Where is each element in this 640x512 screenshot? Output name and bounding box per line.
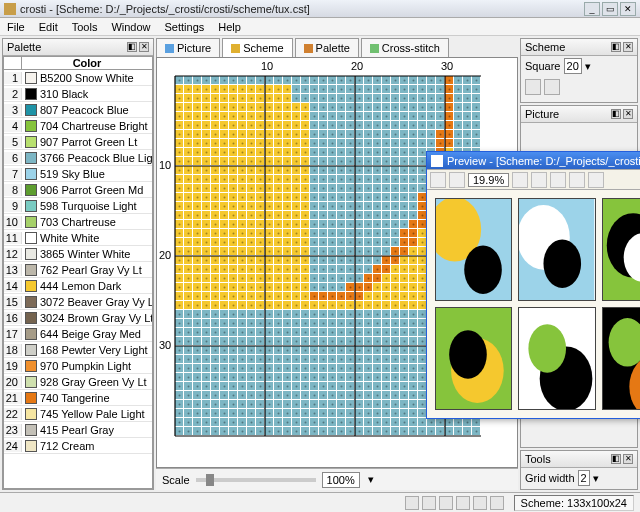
- status-tool-icon[interactable]: [456, 496, 470, 510]
- palette-row[interactable]: 123865 Winter White: [4, 246, 152, 262]
- maximize-button[interactable]: ▭: [602, 2, 618, 16]
- svg-point-1421: [422, 260, 424, 262]
- preview-thumb[interactable]: [602, 198, 641, 301]
- preview-thumb[interactable]: [435, 198, 512, 301]
- palette-row[interactable]: 19970 Pumpkin Light: [4, 358, 152, 374]
- palette-row[interactable]: 8906 Parrot Green Md: [4, 182, 152, 198]
- scale-slider[interactable]: [196, 478, 316, 482]
- palette-row[interactable]: 7519 Sky Blue: [4, 166, 152, 182]
- svg-point-2009: [314, 341, 316, 343]
- zoom-out-icon[interactable]: [512, 172, 528, 188]
- palette-row[interactable]: 163024 Brown Gray Vy Lt: [4, 310, 152, 326]
- dock-close-button[interactable]: ✕: [623, 454, 633, 464]
- svg-point-1281: [404, 242, 406, 244]
- tab-scheme[interactable]: Scheme: [222, 38, 292, 57]
- tab-cross-stitch[interactable]: Cross-stitch: [361, 38, 449, 57]
- square-input[interactable]: 20: [564, 58, 582, 74]
- svg-point-2351: [323, 386, 325, 388]
- preview-thumb[interactable]: [518, 198, 595, 301]
- scheme-tool-icon[interactable]: [544, 79, 560, 95]
- dock-close-button[interactable]: ✕: [139, 42, 149, 52]
- palette-row[interactable]: 20928 Gray Green Vy Lt: [4, 374, 152, 390]
- preview-thumb[interactable]: [602, 307, 641, 410]
- palette-row[interactable]: 21740 Tangerine: [4, 390, 152, 406]
- svg-point-581: [314, 152, 316, 154]
- fit-width-icon[interactable]: [550, 172, 566, 188]
- svg-point-1441: [206, 269, 208, 271]
- save-icon[interactable]: [430, 172, 446, 188]
- close-button[interactable]: ✕: [620, 2, 636, 16]
- svg-point-997: [350, 206, 352, 208]
- preview-thumbnails[interactable]: [427, 190, 640, 418]
- dock-close-button[interactable]: ✕: [623, 42, 633, 52]
- svg-point-369: [278, 125, 280, 127]
- palette-row[interactable]: 4704 Chartreuse Bright: [4, 118, 152, 134]
- palette-row[interactable]: 24712 Cream: [4, 438, 152, 454]
- menu-help[interactable]: Help: [211, 21, 248, 33]
- palette-list[interactable]: 1B5200 Snow White2310 Black3807 Peacock …: [3, 70, 153, 489]
- menu-tools[interactable]: Tools: [65, 21, 105, 33]
- fit-page-icon[interactable]: [569, 172, 585, 188]
- scheme-tool-icon[interactable]: [525, 79, 541, 95]
- status-tool-icon[interactable]: [490, 496, 504, 510]
- dock-float-button[interactable]: ◧: [611, 454, 621, 464]
- palette-row[interactable]: 5907 Parrot Green Lt: [4, 134, 152, 150]
- palette-row[interactable]: 14444 Lemon Dark: [4, 278, 152, 294]
- print-icon[interactable]: [449, 172, 465, 188]
- svg-point-405: [440, 125, 442, 127]
- preview-thumb[interactable]: [435, 307, 512, 410]
- status-tool-icon[interactable]: [405, 496, 419, 510]
- palette-row[interactable]: 13762 Pearl Gray Vy Lt: [4, 262, 152, 278]
- dock-float-button[interactable]: ◧: [127, 42, 137, 52]
- palette-row[interactable]: 18168 Pewter Very Light: [4, 342, 152, 358]
- dock-close-button[interactable]: ✕: [623, 109, 633, 119]
- svg-point-261: [404, 107, 406, 109]
- svg-point-1469: [332, 269, 334, 271]
- menu-window[interactable]: Window: [104, 21, 157, 33]
- svg-point-1709: [188, 305, 190, 307]
- menu-settings[interactable]: Settings: [158, 21, 212, 33]
- svg-point-801: [386, 179, 388, 181]
- scale-value[interactable]: 100%: [322, 472, 360, 488]
- svg-point-553: [188, 152, 190, 154]
- palette-row[interactable]: 3807 Peacock Blue: [4, 102, 152, 118]
- palette-row[interactable]: 11White White: [4, 230, 152, 246]
- palette-row[interactable]: 23415 Pearl Gray: [4, 422, 152, 438]
- dock-float-button[interactable]: ◧: [611, 42, 621, 52]
- palette-row[interactable]: 17644 Beige Gray Med: [4, 326, 152, 342]
- svg-point-1759: [413, 305, 415, 307]
- preview-window[interactable]: Preview - [Scheme: D:/_Projects/_crosti/…: [426, 151, 640, 419]
- tab-picture[interactable]: Picture: [156, 38, 220, 57]
- status-tool-icon[interactable]: [422, 496, 436, 510]
- menu-edit[interactable]: Edit: [32, 21, 65, 33]
- grid-width-input[interactable]: 2: [578, 470, 590, 486]
- zoom-in-icon[interactable]: [531, 172, 547, 188]
- svg-point-623: [197, 161, 199, 163]
- svg-point-1809: [332, 314, 334, 316]
- palette-row[interactable]: 10703 Chartreuse: [4, 214, 152, 230]
- minimize-button[interactable]: _: [584, 2, 600, 16]
- svg-point-2441: [422, 395, 424, 397]
- palette-row[interactable]: 1B5200 Snow White: [4, 70, 152, 86]
- palette-row[interactable]: 63766 Peacock Blue Light: [4, 150, 152, 166]
- dock-float-button[interactable]: ◧: [611, 109, 621, 119]
- svg-point-2217: [332, 368, 334, 370]
- palette-row[interactable]: 2310 Black: [4, 86, 152, 102]
- svg-point-321: [368, 116, 370, 118]
- preview-zoom[interactable]: 19.9%: [468, 173, 509, 187]
- status-tool-icon[interactable]: [473, 496, 487, 510]
- svg-point-755: [179, 179, 181, 181]
- preview-thumb[interactable]: [518, 307, 595, 410]
- palette-row[interactable]: 153072 Beaver Gray Vy Lt: [4, 294, 152, 310]
- svg-point-2503: [395, 404, 397, 406]
- svg-point-1575: [197, 287, 199, 289]
- svg-point-1713: [206, 305, 208, 307]
- status-tool-icon[interactable]: [439, 496, 453, 510]
- tab-palette[interactable]: Palette: [295, 38, 359, 57]
- svg-point-2027: [395, 341, 397, 343]
- menu-file[interactable]: File: [0, 21, 32, 33]
- palette-row[interactable]: 22745 Yellow Pale Light: [4, 406, 152, 422]
- palette-row[interactable]: 9598 Turquoise Light: [4, 198, 152, 214]
- svg-point-799: [377, 179, 379, 181]
- text-tool-icon[interactable]: [588, 172, 604, 188]
